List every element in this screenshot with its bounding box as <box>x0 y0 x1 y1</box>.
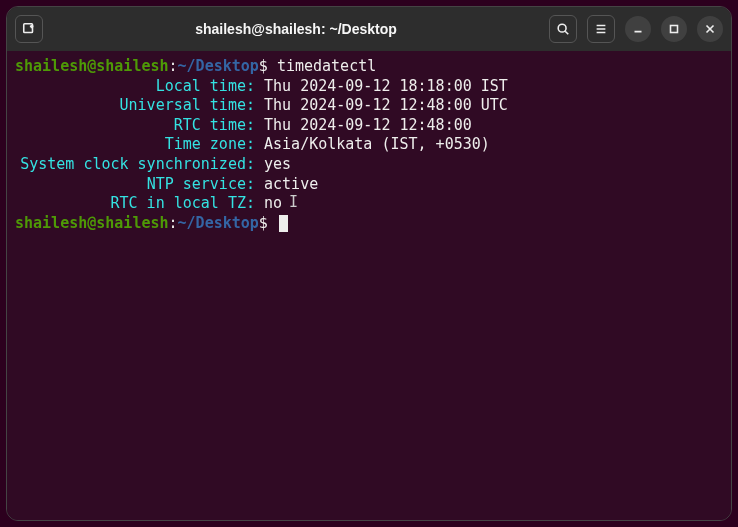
svg-line-4 <box>565 31 568 34</box>
prompt-dollar: $ <box>259 57 268 75</box>
terminal-body[interactable]: shailesh@shailesh:~/Desktop$ timedatectl… <box>7 51 731 520</box>
prompt-line-2: shailesh@shailesh:~/Desktop$ <box>15 214 723 234</box>
label-local-time: Local time: <box>15 77 255 97</box>
value-rtc-local: no <box>264 194 282 212</box>
output-sys-sync: System clock synchronized: yes <box>15 155 723 175</box>
window-title: shailesh@shailesh: ~/Desktop <box>49 21 543 37</box>
svg-rect-9 <box>671 26 678 33</box>
maximize-button[interactable] <box>661 16 687 42</box>
label-time-zone: Time zone: <box>15 135 255 155</box>
label-rtc-local: RTC in local TZ: <box>15 194 255 214</box>
command-text: timedatectl <box>277 57 376 75</box>
titlebar: shailesh@shailesh: ~/Desktop <box>7 7 731 51</box>
output-universal-time: Universal time: Thu 2024-09-12 12:48:00 … <box>15 96 723 116</box>
menu-button[interactable] <box>587 15 615 43</box>
prompt-dollar-2: $ <box>259 214 268 232</box>
value-universal-time: Thu 2024-09-12 12:48:00 UTC <box>264 96 508 114</box>
value-ntp: active <box>264 175 318 193</box>
prompt-path: ~/Desktop <box>178 57 259 75</box>
prompt-user-host: shailesh@shailesh <box>15 57 169 75</box>
output-local-time: Local time: Thu 2024-09-12 18:18:00 IST <box>15 77 723 97</box>
output-rtc-time: RTC time: Thu 2024-09-12 12:48:00 <box>15 116 723 136</box>
label-ntp: NTP service: <box>15 175 255 195</box>
value-sys-sync: yes <box>264 155 291 173</box>
prompt-user-host-2: shailesh@shailesh <box>15 214 169 232</box>
output-rtc-local: RTC in local TZ: no <box>15 194 723 214</box>
prompt-colon: : <box>169 57 178 75</box>
prompt-colon-2: : <box>169 214 178 232</box>
search-button[interactable] <box>549 15 577 43</box>
label-rtc-time: RTC time: <box>15 116 255 136</box>
new-tab-button[interactable] <box>15 15 43 43</box>
value-time-zone: Asia/Kolkata (IST, +0530) <box>264 135 490 153</box>
close-button[interactable] <box>697 16 723 42</box>
svg-point-3 <box>558 24 566 32</box>
prompt-line-1: shailesh@shailesh:~/Desktop$ timedatectl <box>15 57 723 77</box>
label-sys-sync: System clock synchronized: <box>15 155 255 175</box>
text-cursor <box>279 215 288 232</box>
minimize-button[interactable] <box>625 16 651 42</box>
value-local-time: Thu 2024-09-12 18:18:00 IST <box>264 77 508 95</box>
label-universal-time: Universal time: <box>15 96 255 116</box>
output-time-zone: Time zone: Asia/Kolkata (IST, +0530) <box>15 135 723 155</box>
value-rtc-time: Thu 2024-09-12 12:48:00 <box>264 116 472 134</box>
prompt-path-2: ~/Desktop <box>178 214 259 232</box>
output-ntp: NTP service: active <box>15 175 723 195</box>
terminal-window: shailesh@shailesh: ~/Desktop shailesh@sh… <box>6 6 732 521</box>
